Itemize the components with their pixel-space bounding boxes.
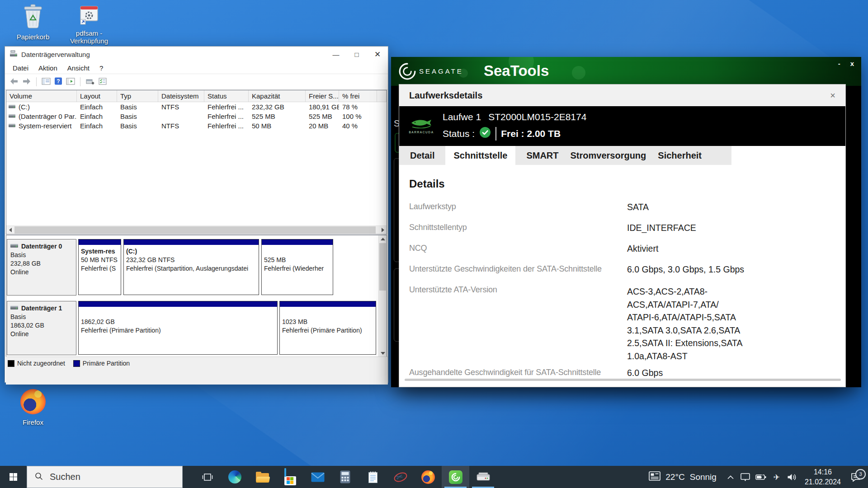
menu-aktion[interactable]: Aktion [33,64,62,72]
maximize-button[interactable]: □ [346,47,367,62]
taskbar-search[interactable] [27,466,183,488]
action-center-button[interactable]: 3 [845,473,866,482]
dm-volume-list-pane: Volume Layout Typ Dateisystem Status Kap… [6,90,387,235]
console-tree-icon[interactable] [42,78,51,86]
col-layout[interactable]: Layout [77,90,117,102]
scroll-down-icon[interactable] [379,350,387,357]
vertical-scrollbar[interactable] [378,235,387,357]
tab-detail[interactable]: Detail [409,146,435,165]
tab-sicherheit[interactable]: Sicherheit [657,146,703,165]
desktop-icon-recycle-bin[interactable]: Papierkorb [13,4,53,41]
seagate-logo-icon [398,62,416,82]
toolbar-separator [36,77,37,86]
tray-temperature: 22°C [665,472,684,482]
scrollbar-thumb[interactable] [14,226,376,234]
col-status[interactable]: Status [204,90,249,102]
detail-row: Unterstützte Geschwindigkeiten der SATA-… [409,264,835,275]
dialog-content: Details Laufwerkstyp SATA Schnittstellen… [399,165,845,378]
weather-widget[interactable]: 22°C Sonnig [642,471,723,483]
taskbar-task-view[interactable] [193,466,221,488]
volume-row[interactable]: (C:) Einfach Basis NTFS Fehlerfrei ... 2… [6,102,387,112]
calculator-icon [340,470,350,483]
tab-stromversorgung[interactable]: Stromversorgung [570,146,647,165]
partition-block[interactable]: System-res 50 MB NTFS Fehlerfrei (S [78,239,121,295]
back-arrow-icon[interactable] [9,78,19,86]
col-typ[interactable]: Typ [117,90,158,102]
taskbar-firefox[interactable] [414,466,442,488]
tray-battery[interactable] [753,474,769,481]
search-input[interactable] [49,471,159,483]
disk-icon [10,304,19,313]
menu-datei[interactable]: Datei [8,64,33,72]
svg-text:?: ? [57,78,60,84]
tray-chevron[interactable] [723,475,738,479]
close-icon[interactable]: × [830,90,835,101]
partition-block[interactable]: 525 MB Fehlerfrei (Wiederher [261,239,333,295]
tray-volume[interactable] [784,473,800,481]
console-panel-icon[interactable] [66,78,75,86]
volume-row[interactable]: (Datenträger 0 Par... Einfach Basis Fehl… [6,112,387,121]
scrollbar-thumb[interactable] [379,243,386,291]
partition-block[interactable]: 1023 MB Fehlerfrei (Primäre Partition) [279,301,376,355]
tray-cast[interactable] [738,473,753,481]
section-heading: Details [409,178,835,190]
forward-arrow-icon[interactable] [22,78,31,86]
col-prozent-frei[interactable]: % frei [339,90,377,102]
start-button[interactable] [0,466,27,488]
col-volume[interactable]: Volume [6,90,77,102]
partition-block[interactable]: 1862,02 GB Fehlerfrei (Primäre Partition… [78,301,278,355]
close-button[interactable]: ✕ [367,47,388,62]
taskbar-seatools-drive[interactable] [469,466,497,488]
taskbar-calculator[interactable] [331,466,359,488]
chevron-up-icon [727,475,734,479]
tray-time: 14:16 [805,467,841,477]
firefox-icon [421,470,435,484]
menu-hilfe[interactable]: ? [94,64,108,72]
cast-icon [741,473,750,481]
col-dateisystem[interactable]: Dateisystem [158,90,204,102]
disk-type: Basis [10,251,73,259]
tab-smart[interactable]: SMART [525,146,559,165]
dm-titlebar[interactable]: Datenträgerverwaltung — □ ✕ [5,47,388,62]
disk-card[interactable]: Datenträger 0 Basis 232,88 GB Online [7,239,76,296]
horizontal-scrollbar[interactable] [6,225,387,234]
checklist-icon[interactable] [98,78,107,86]
scroll-left-icon[interactable] [6,226,14,234]
seatools-product-title: SeaTools [484,62,549,80]
col-freier-s[interactable]: Freier S... [306,90,339,102]
taskbar-spacer [183,466,193,488]
minimize-button[interactable]: — [326,47,346,62]
scroll-right-icon[interactable] [379,226,387,234]
desktop-icon-pdfsam[interactable]: pdfsam - Verknüpfung [69,5,109,45]
taskbar-snipping-tool[interactable]: ✂ [387,466,414,488]
drive-label: Laufwe 1 [443,112,481,122]
minimize-button[interactable]: - [838,60,840,67]
desktop-icon-label: pdfsam - [69,29,109,37]
disk-card[interactable]: Datenträger 1 Basis 1863,02 GB Online [7,301,76,355]
tab-schnittstelle[interactable]: Schnittstelle [445,146,515,165]
taskbar-file-explorer[interactable] [249,466,276,488]
disk-icon [10,242,19,251]
scroll-up-icon[interactable] [379,235,387,243]
help-icon[interactable]: ? [54,77,62,86]
taskbar-edge[interactable] [221,466,249,488]
dm-toolbar: ? [5,74,388,90]
menu-ansicht[interactable]: Ansicht [62,64,94,72]
dialog-horizontal-scrollbar[interactable] [405,379,841,381]
volume-row[interactable]: System-reserviert Einfach Basis NTFS Feh… [6,121,387,131]
taskbar-store[interactable] [276,466,304,488]
col-kapazitaet[interactable]: Kapazität [249,90,306,102]
file-explorer-icon [256,472,269,483]
legend-primary-partition: Primäre Partition [73,360,130,367]
close-button[interactable]: x [850,60,854,67]
dialog-titlebar[interactable]: Laufwerksdetails × [399,84,845,106]
partition-block[interactable]: (C:) 232,32 GB NTFS Fehlerfrei (Startpar… [123,239,259,295]
taskbar-seatools[interactable] [442,466,469,488]
seatools-icon [449,470,462,484]
taskbar-mail[interactable] [304,466,331,488]
taskbar-notepad[interactable] [359,466,387,488]
tray-airplane[interactable]: ✈ [769,473,784,482]
taskbar-clock[interactable]: 14:16 21.02.2024 [800,467,845,487]
desktop-icon-firefox[interactable]: Firefox [13,389,53,426]
popup-window-icon[interactable] [85,78,94,86]
